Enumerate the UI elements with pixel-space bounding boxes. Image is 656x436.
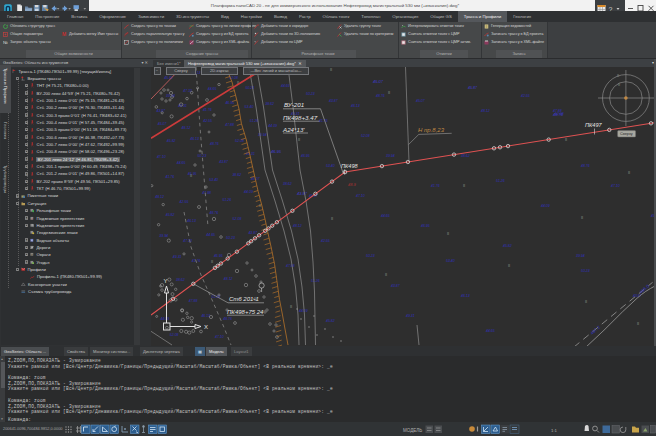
svg-text:50.23: 50.23 [366,254,375,258]
svg-text:ПК498: ПК498 [341,163,359,169]
svg-text:X: X [204,324,208,330]
svg-text:43.87: 43.87 [297,191,308,196]
svg-text:38.62: 38.62 [461,154,470,158]
svg-text:ПК498+3.47: ПК498+3.47 [283,114,318,121]
svg-text:48.12: 48.12 [293,224,302,228]
svg-text:46.95: 46.95 [421,224,430,228]
svg-text:46.95: 46.95 [225,101,234,105]
svg-text:51.26: 51.26 [496,179,505,183]
svg-text:44.65: 44.65 [177,161,186,165]
svg-text:46.13: 46.13 [351,104,360,108]
svg-text:44.65: 44.65 [206,233,215,237]
svg-text:47.88: 47.88 [225,123,234,127]
svg-text:53.40: 53.40 [446,259,455,263]
svg-text:II: II [617,74,619,78]
svg-text:52.08: 52.08 [233,217,242,221]
svg-text:II: II [331,216,333,221]
svg-text:1:1: 1:1 [551,428,558,433]
svg-text:II: II [190,173,192,178]
svg-text:46.13: 46.13 [461,294,470,298]
svg-text:ПК497: ПК497 [585,122,603,128]
svg-text:45.07: 45.07 [416,99,426,103]
svg-text:50.23: 50.23 [198,154,207,158]
svg-text:Y: Y [164,278,168,284]
svg-text:43.87: 43.87 [248,231,258,235]
svg-text:Сверху: Сверху [620,132,633,136]
svg-text:46.95: 46.95 [214,254,223,258]
svg-text:45.82: 45.82 [503,244,512,248]
svg-text:53.40: 53.40 [209,178,218,182]
svg-text:48.76: 48.76 [223,317,232,321]
svg-text:M: M [62,32,66,37]
svg-text:51.26: 51.26 [223,198,232,202]
svg-text:53.40: 53.40 [326,164,335,168]
svg-text:52.08: 52.08 [361,134,370,138]
svg-text:50.23: 50.23 [581,269,590,273]
svg-text:48.12: 48.12 [182,126,191,130]
svg-text:44.65: 44.65 [281,84,290,88]
svg-text:42.55: 42.55 [203,119,212,123]
svg-text:44.65: 44.65 [381,214,390,218]
svg-text:48.76: 48.76 [581,164,590,168]
svg-text:48.9: 48.9 [348,182,357,187]
svg-text:II: II [637,321,639,326]
svg-text:43.87: 43.87 [329,99,339,103]
svg-text:38.62: 38.62 [283,182,292,186]
svg-text:II: II [211,259,213,264]
svg-text:47.10: 47.10 [183,89,192,93]
svg-text:42.55: 42.55 [521,94,530,98]
svg-text:49.31: 49.31 [173,255,182,259]
svg-text:38.62: 38.62 [176,278,185,282]
svg-text:46.13: 46.13 [187,219,196,223]
svg-text:44.09: 44.09 [541,204,550,208]
svg-text:46.13: 46.13 [201,314,210,318]
svg-text:МОДЕЛЬ: МОДЕЛЬ [403,428,422,433]
svg-text:45.07: 45.07 [373,79,384,84]
svg-text:43.87: 43.87 [157,109,167,113]
svg-text:47.88: 47.88 [202,191,211,195]
svg-text:53.40: 53.40 [245,105,254,109]
svg-text:48.76: 48.76 [376,94,385,98]
svg-text:II: II [508,263,510,268]
svg-text:47.10: 47.10 [611,184,620,188]
svg-text:44.09: 44.09 [299,309,308,313]
svg-text:51.26: 51.26 [250,119,259,123]
svg-text:48.12: 48.12 [224,277,233,281]
svg-text:43.87: 43.87 [219,160,229,164]
svg-text:39.94: 39.94 [386,154,395,158]
svg-text:41.76: 41.76 [203,108,212,112]
svg-text:Стб 201-1: Стб 201-1 [229,296,259,302]
svg-text:47.10: 47.10 [157,155,166,159]
svg-text:43.87: 43.87 [391,284,401,288]
svg-text:46.95: 46.95 [271,149,282,154]
svg-text:А24°13': А24°13' [282,126,305,133]
svg-text:47.10: 47.10 [215,335,224,339]
svg-text:39.94: 39.94 [576,254,585,258]
svg-text:42.55: 42.55 [180,200,189,204]
svg-text:ВУ-201: ВУ-201 [284,101,304,108]
svg-text:47.10: 47.10 [356,194,365,198]
svg-text:II: II [447,231,449,236]
svg-text:52.08: 52.08 [235,139,244,143]
svg-text:Н пр.8,23: Н пр.8,23 [418,127,445,133]
svg-text:48.76: 48.76 [210,142,219,146]
svg-text:47.10: 47.10 [183,239,192,243]
svg-text:ПК498+75 24: ПК498+75 24 [227,309,264,315]
svg-text:48.12: 48.12 [481,109,490,113]
svg-text:II: II [385,272,387,277]
svg-text:51.26: 51.26 [311,279,320,283]
svg-text:41.76: 41.76 [431,184,440,188]
svg-text:48.76: 48.76 [553,112,564,117]
svg-text:42.55: 42.55 [321,239,330,243]
svg-text:45.82: 45.82 [167,139,176,143]
svg-text:45.07: 45.07 [158,122,168,126]
svg-text:II: II [581,215,583,220]
svg-text:45.82: 45.82 [326,319,335,323]
svg-text:48.76: 48.76 [210,211,219,215]
svg-text:46.95: 46.95 [301,154,310,158]
svg-text:II: II [463,183,465,188]
svg-text:41.76: 41.76 [319,119,328,123]
svg-text:II: II [330,67,332,72]
svg-text:50.23: 50.23 [306,92,315,96]
svg-text:44.65: 44.65 [208,87,217,91]
